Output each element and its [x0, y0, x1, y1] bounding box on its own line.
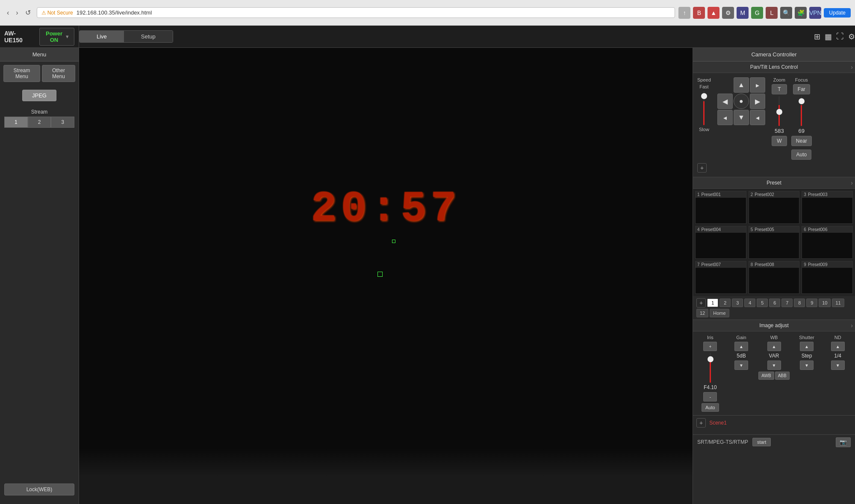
fast-label: Fast: [699, 84, 708, 89]
nd-up-button[interactable]: ▲: [831, 342, 845, 351]
back-button[interactable]: ‹: [4, 8, 12, 18]
preset-page-2-button[interactable]: 2: [719, 299, 731, 307]
stream-3-button[interactable]: 3: [51, 117, 74, 128]
gain-up-button[interactable]: ▲: [734, 342, 748, 351]
forward-button[interactable]: ›: [13, 8, 21, 18]
preset-item-8[interactable]: 8 Preset008: [749, 261, 800, 294]
nd-down-button[interactable]: ▼: [831, 360, 845, 370]
preset-item-7[interactable]: 7 Preset007: [695, 261, 746, 294]
lock-button[interactable]: Lock(WEB): [4, 483, 74, 495]
preset-page-9-button[interactable]: 9: [806, 299, 817, 307]
address-bar[interactable]: ⚠ Not Secure 192.168.100.35/live/index.h…: [37, 7, 675, 18]
ext2-icon[interactable]: ⚙: [722, 7, 734, 19]
crosshair-2: [392, 240, 395, 243]
power-button[interactable]: Power ON ▾: [39, 28, 74, 46]
gain-down-button[interactable]: ▼: [734, 360, 748, 370]
jpeg-button[interactable]: JPEG: [22, 90, 56, 101]
pan-tilt-center-button[interactable]: ●: [734, 94, 749, 109]
iris-up-button[interactable]: +: [703, 342, 717, 351]
camera-icon-button[interactable]: 📷: [836, 437, 851, 447]
tilt-down-left-button[interactable]: ◂: [717, 110, 733, 125]
fullscreen-icon[interactable]: ⛶: [836, 32, 844, 41]
share-icon[interactable]: ↑: [678, 7, 690, 19]
pan-right-button[interactable]: ▶: [750, 94, 765, 109]
pan-left-button[interactable]: ◀: [717, 94, 733, 109]
preset-home-button[interactable]: Home: [710, 309, 729, 317]
preset-item-4[interactable]: 4 Preset004: [695, 226, 746, 259]
search-icon[interactable]: 🔍: [780, 7, 792, 19]
preset-page-12-button[interactable]: 12: [696, 309, 708, 317]
preset-item-5[interactable]: 5 Preset005: [749, 226, 800, 259]
preset-item-2[interactable]: 2 Preset002: [749, 191, 800, 224]
live-tab[interactable]: Live: [80, 31, 124, 42]
setup-tab[interactable]: Setup: [124, 31, 173, 42]
iris-auto-button[interactable]: Auto: [702, 403, 719, 412]
preset-page-10-button[interactable]: 10: [819, 299, 831, 307]
vpn-icon[interactable]: VPN: [809, 7, 821, 19]
preset-item-3[interactable]: 3 Preset003: [802, 191, 853, 224]
focus-label: Focus: [795, 77, 808, 82]
abb-button[interactable]: ABB: [775, 372, 790, 380]
preset-page-8-button[interactable]: 8: [794, 299, 805, 307]
preset-page-7-button[interactable]: 7: [781, 299, 793, 307]
stream-menu-button[interactable]: Stream Menu: [3, 65, 40, 82]
speed-slider[interactable]: [703, 91, 705, 125]
preset-thumbnail-1: [696, 198, 746, 223]
stream-1-button[interactable]: 1: [4, 117, 28, 128]
preset-page-11-button[interactable]: 11: [832, 299, 844, 307]
preset-page-5-button[interactable]: 5: [757, 299, 768, 307]
pan-tilt-plus-button[interactable]: +: [697, 163, 707, 173]
grid-icon[interactable]: ⊞: [814, 32, 820, 41]
scene-plus-button[interactable]: +: [696, 418, 706, 428]
settings-icon[interactable]: ⚙: [848, 32, 855, 41]
zoom-slider-thumb: [776, 109, 782, 115]
tilt-down-right-button[interactable]: ◂: [750, 110, 765, 125]
shutter-up-button[interactable]: ▲: [800, 342, 814, 351]
preset-item-1[interactable]: 1 Preset001: [695, 191, 746, 224]
tilt-up-button[interactable]: ▲: [734, 77, 749, 93]
preset-page-1-button[interactable]: 1: [707, 299, 718, 307]
ext3-icon[interactable]: M: [737, 7, 749, 19]
refresh-button[interactable]: ↺: [23, 8, 33, 18]
shutter-down-button[interactable]: ▼: [800, 360, 814, 370]
layout-icon[interactable]: ▦: [825, 32, 832, 41]
wb-up-button[interactable]: ▲: [767, 342, 781, 351]
speed-label: Speed: [697, 77, 711, 82]
brave-icon[interactable]: B: [693, 7, 705, 19]
tilt-up-right-button[interactable]: ▸: [750, 77, 765, 93]
tilt-down-button[interactable]: ▼: [734, 110, 749, 125]
puzzle-icon[interactable]: 🧩: [795, 7, 807, 19]
preset-item-9[interactable]: 9 Preset009: [802, 261, 853, 294]
preset-item-6[interactable]: 6 Preset006: [802, 226, 853, 259]
iris-label: Iris: [707, 335, 713, 340]
update-button[interactable]: Update: [824, 8, 851, 18]
preset-page-4-button[interactable]: 4: [744, 299, 755, 307]
focus-far-button[interactable]: Far: [793, 84, 810, 94]
awb-button[interactable]: AWB: [758, 372, 774, 380]
pan-tilt-section-header: Pan/Tilt Lens Control ›: [693, 62, 855, 73]
iris-down-button[interactable]: -: [703, 392, 717, 401]
preset-plus-button[interactable]: +: [696, 298, 706, 308]
zoom-slider[interactable]: [778, 96, 780, 126]
ext1-icon[interactable]: ▲: [708, 7, 719, 19]
focus-auto-button[interactable]: Auto: [791, 149, 811, 160]
wb-down-button[interactable]: ▼: [767, 360, 781, 370]
ext5-icon[interactable]: L: [766, 7, 778, 19]
ext4-icon[interactable]: G: [751, 7, 763, 19]
other-menu-button[interactable]: Other Menu: [42, 65, 75, 82]
zoom-w-button[interactable]: W: [772, 136, 787, 146]
stream-2-button[interactable]: 2: [28, 117, 51, 128]
speed-slider-thumb: [701, 93, 707, 99]
focus-near-button[interactable]: Near: [791, 136, 812, 146]
preset-thumbnail-9: [802, 268, 852, 293]
scene-name: Scene1: [709, 420, 727, 426]
iris-slider[interactable]: [710, 353, 711, 383]
power-chevron-icon: ▾: [66, 33, 69, 40]
preset-page-3-button[interactable]: 3: [732, 299, 743, 307]
zoom-t-button[interactable]: T: [772, 84, 787, 94]
srt-start-button[interactable]: start: [752, 438, 771, 446]
shutter-label: Shutter: [799, 335, 814, 340]
browser-icons: ↑ B ▲ ⚙ M G L 🔍 🧩 VPN Update: [678, 7, 851, 19]
focus-slider[interactable]: [801, 96, 802, 126]
preset-page-6-button[interactable]: 6: [769, 299, 780, 307]
